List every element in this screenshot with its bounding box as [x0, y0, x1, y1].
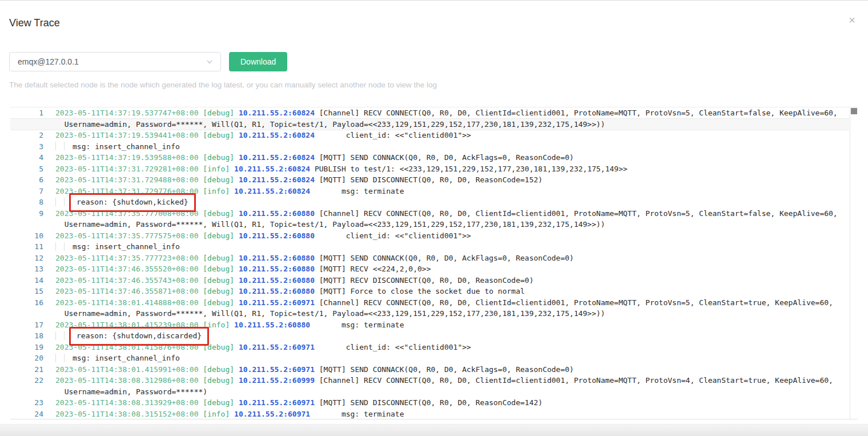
log-message: msg: insert_channel_info [73, 142, 180, 151]
timestamp: 2023-05-11T14:37:35.777575+08:00 [55, 231, 198, 240]
line-number: 13 [10, 263, 55, 275]
log-row: 22023-05-11T14:37:19.539441+08:00 [debug… [10, 130, 849, 141]
log-row: 222023-05-11T14:38:08.312986+08:00 [debu… [10, 375, 849, 386]
line-number: 19 [10, 342, 55, 353]
log-level: [info] [203, 165, 230, 173]
spacer [234, 131, 239, 139]
log-level: [debug] [203, 153, 234, 162]
node-select-value: emqx@127.0.0.1 [18, 57, 79, 66]
log-line: 2023-05-11T14:37:46.355520+08:00 [debug]… [55, 263, 849, 275]
ip-address: 10.211.55.2:60880 [239, 209, 315, 218]
timestamp: 2023-05-11T14:37:46.355743+08:00 [55, 276, 198, 285]
ip-address: 10.211.55.2:60824 [234, 165, 310, 173]
ip-address: 10.211.55.2:60824 [239, 175, 315, 184]
log-level: [debug] [203, 231, 234, 240]
download-button[interactable]: Download [229, 52, 287, 71]
log-line: 2023-05-11T14:37:46.355743+08:00 [debug]… [55, 275, 849, 286]
spacer [234, 265, 239, 273]
ip-address: 10.211.55.2:60880 [234, 321, 310, 329]
ip-address: 10.211.55.2:60880 [239, 276, 315, 285]
log-line: Username=admin, Password=******, Will(Q1… [55, 219, 849, 230]
ip-address: 10.211.55.2:60971 [239, 365, 315, 374]
ip-address: 10.211.55.2:60824 [239, 131, 315, 139]
log-message: client_id: <<"clientid001">> [315, 343, 471, 351]
log-row: Username=admin, Password=******) [10, 386, 849, 398]
scrollbar-thumb[interactable] [851, 108, 857, 114]
log-level: [debug] [203, 109, 234, 117]
log-level: [debug] [203, 298, 234, 307]
log-message: PUBLISH to test/1: <<233,129,151,229,152… [310, 165, 628, 173]
log-viewer[interactable]: 12023-05-11T14:37:19.537747+08:00 [debug… [10, 107, 858, 419]
timestamp: 2023-05-11T14:38:08.313929+08:00 [55, 398, 198, 407]
vertical-scrollbar[interactable] [850, 107, 858, 419]
log-row: 142023-05-11T14:37:46.355743+08:00 [debu… [10, 275, 849, 286]
line-number: 11 [10, 241, 55, 253]
spacer [230, 165, 234, 173]
modal-header: View Trace × [0, 1, 868, 30]
log-message: msg: insert_channel_info [73, 354, 180, 362]
node-select[interactable]: emqx@127.0.0.1 [9, 52, 221, 71]
log-line: Username=admin, Password=******) [55, 386, 849, 398]
log-message: [MQTT] SEND DISCONNECT(Q0, R0, D0, Reaso… [315, 398, 542, 407]
spacer [234, 109, 239, 117]
ip-address: 10.211.55.2:60880 [239, 265, 315, 273]
log-row: Username=admin, Password=******, Will(Q1… [10, 119, 849, 130]
ip-address: 10.211.55.2:60971 [234, 410, 310, 418]
close-icon[interactable]: × [849, 14, 855, 26]
log-line: 2023-05-11T14:38:01.414888+08:00 [debug]… [55, 297, 849, 309]
log-message: [Channel] RECV CONNECT(Q0, R0, D0, Clien… [315, 209, 838, 218]
indent-guide [55, 241, 73, 253]
log-message: [Channel] RECV CONNECT(Q0, R0, D0, Clien… [315, 298, 833, 307]
log-line: 2023-05-11T14:37:19.539441+08:00 [debug]… [55, 130, 849, 141]
log-row: 102023-05-11T14:37:35.777575+08:00 [debu… [10, 230, 849, 242]
spacer [234, 287, 239, 295]
log-row: 242023-05-11T14:38:08.315152+08:00 [info… [10, 409, 849, 420]
log-row: 52023-05-11T14:37:31.729281+08:00 [info]… [10, 163, 849, 175]
log-message-wrap: Username=admin, Password=******, Will(Q1… [55, 120, 605, 129]
spacer [234, 398, 239, 407]
log-level: [debug] [203, 276, 234, 285]
log-row: 62023-05-11T14:37:31.729488+08:00 [debug… [10, 174, 849, 186]
log-level: [debug] [203, 287, 234, 295]
toolbar: emqx@127.0.0.1 Download [9, 52, 859, 71]
log-line: 2023-05-11T14:38:08.313929+08:00 [debug]… [55, 397, 849, 409]
log-row: 18reason: {shutdown,discarded} [10, 330, 849, 342]
ip-address: 10.211.55.2:60824 [239, 109, 315, 117]
line-number: 4 [10, 152, 55, 163]
log-line: Username=admin, Password=******, Will(Q1… [55, 308, 849, 319]
spacer [234, 376, 239, 385]
line-number: 10 [10, 230, 55, 242]
log-line: msg: insert_channel_info [55, 353, 849, 364]
log-line: reason: {shutdown,kicked} [55, 197, 849, 208]
log-row: 152023-05-11T14:37:46.355871+08:00 [debu… [10, 286, 849, 297]
line-number [10, 119, 55, 130]
line-number [10, 219, 55, 230]
log-message: [MQTT] RECV <<224,2,0,0>> [315, 265, 431, 273]
log-level: [debug] [203, 365, 234, 374]
log-line: 2023-05-11T14:37:35.777723+08:00 [debug]… [55, 253, 849, 264]
spacer [234, 209, 239, 218]
log-message: msg: terminate [310, 321, 404, 329]
line-number: 2 [10, 130, 55, 141]
line-number: 22 [10, 375, 55, 386]
log-row: 20msg: insert_channel_info [10, 353, 849, 364]
ip-address: 10.211.55.2:60999 [239, 376, 315, 385]
log-message: msg: terminate [310, 410, 404, 418]
log-message: msg: insert_channel_info [73, 242, 180, 251]
log-message-wrap: Username=admin, Password=******, Will(Q1… [55, 220, 605, 229]
log-message-wrap: Username=admin, Password=******, Will(Q1… [55, 309, 605, 318]
line-number: 18 [10, 330, 55, 342]
timestamp: 2023-05-11T14:37:19.539588+08:00 [55, 153, 198, 162]
ip-address: 10.211.55.2:60971 [239, 298, 315, 307]
line-number: 20 [10, 353, 55, 364]
ip-address: 10.211.55.2:60880 [239, 254, 315, 262]
log-message: msg: terminate [310, 187, 404, 195]
log-line: msg: insert_channel_info [55, 141, 849, 153]
log-message: [Channel] RECV CONNECT(Q0, R0, D0, Clien… [315, 376, 833, 385]
line-number: 7 [10, 186, 55, 197]
timestamp: 2023-05-11T14:37:31.729281+08:00 [55, 165, 198, 173]
line-number: 24 [10, 409, 55, 420]
ip-address: 10.211.55.2:60971 [239, 398, 315, 407]
indent-guide [55, 141, 73, 153]
ip-address: 10.211.55.2:60824 [239, 153, 315, 162]
